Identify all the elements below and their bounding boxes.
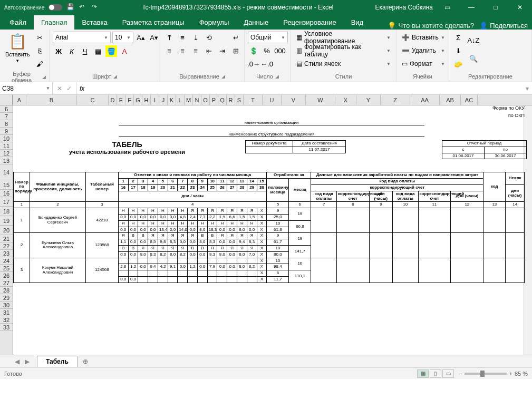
row-header[interactable]: 8 bbox=[0, 120, 13, 128]
merge-cells-icon[interactable]: ⊞ bbox=[230, 45, 241, 56]
col-header[interactable]: D bbox=[109, 95, 117, 105]
autosum-icon[interactable]: Σ bbox=[452, 32, 464, 43]
clear-icon[interactable]: 🧽 bbox=[452, 58, 464, 70]
conditional-formatting-button[interactable]: ▦Условное форматирование▼ bbox=[294, 32, 393, 43]
font-name-combo[interactable]: Arial▼ bbox=[53, 32, 111, 43]
col-header[interactable]: Y bbox=[356, 95, 381, 105]
col-header[interactable]: I bbox=[151, 95, 159, 105]
underline-button[interactable]: Ч bbox=[79, 45, 91, 57]
sheet-nav-prev-icon[interactable]: ◀ bbox=[15, 358, 25, 365]
fill-icon[interactable]: ⬇ bbox=[452, 45, 464, 56]
dialog-launcher-icon[interactable]: ◢ bbox=[275, 74, 279, 79]
increase-font-icon[interactable]: A▴ bbox=[135, 32, 147, 43]
format-painter-icon[interactable]: 🖌 bbox=[34, 58, 46, 70]
undo-icon[interactable]: ↶ bbox=[79, 3, 88, 12]
row-header[interactable]: 31 bbox=[0, 309, 13, 316]
tab-insert[interactable]: Вставка bbox=[74, 15, 114, 30]
col-header[interactable]: A bbox=[13, 95, 26, 105]
align-bottom-icon[interactable]: ⤓ bbox=[190, 32, 201, 43]
fx-icon[interactable]: fx bbox=[76, 85, 88, 92]
tab-layout[interactable]: Разметка страницы bbox=[115, 15, 192, 30]
col-header[interactable]: L bbox=[176, 95, 185, 105]
col-header[interactable]: AB bbox=[440, 95, 461, 105]
row-header[interactable]: 19 bbox=[0, 216, 13, 226]
row-header[interactable]: 33 bbox=[0, 324, 13, 331]
row-header[interactable]: 24 bbox=[0, 257, 13, 265]
tab-formulas[interactable]: Формулы bbox=[192, 15, 237, 30]
row-header[interactable]: 14 bbox=[0, 164, 13, 180]
tell-me[interactable]: 💡 Что вы хотите сделать? bbox=[388, 22, 474, 30]
col-header[interactable]: O bbox=[201, 95, 210, 105]
indent-increase-icon[interactable]: ⇥ bbox=[216, 45, 228, 56]
add-sheet-icon[interactable]: ⊕ bbox=[78, 356, 93, 367]
dialog-launcher-icon[interactable]: ◢ bbox=[221, 74, 225, 79]
col-header[interactable]: G bbox=[134, 95, 142, 105]
col-header[interactable]: H bbox=[142, 95, 151, 105]
row-header[interactable]: 13 bbox=[0, 157, 13, 164]
tab-file[interactable]: Файл bbox=[2, 15, 34, 30]
cut-icon[interactable]: ✂ bbox=[34, 32, 46, 43]
dialog-launcher-icon[interactable]: ◢ bbox=[113, 74, 117, 79]
col-header[interactable]: P bbox=[210, 95, 218, 105]
sheet-nav-next-icon[interactable]: ▶ bbox=[25, 358, 37, 365]
align-right-icon[interactable]: ≡ bbox=[190, 45, 201, 56]
number-format-combo[interactable]: Общий▼ bbox=[248, 32, 288, 43]
col-header[interactable]: R bbox=[227, 95, 235, 105]
align-middle-icon[interactable]: ≡ bbox=[177, 32, 188, 43]
col-header[interactable]: X bbox=[335, 95, 356, 105]
col-header[interactable]: B bbox=[26, 95, 77, 105]
align-top-icon[interactable]: ⤒ bbox=[163, 32, 175, 43]
row-header[interactable]: 25 bbox=[0, 265, 13, 272]
col-header[interactable]: E bbox=[117, 95, 125, 105]
col-header[interactable]: M bbox=[185, 95, 193, 105]
col-header[interactable]: C bbox=[77, 95, 109, 105]
col-header[interactable]: Q bbox=[218, 95, 227, 105]
col-header[interactable]: S bbox=[235, 95, 244, 105]
copy-icon[interactable]: ⎘ bbox=[34, 45, 46, 56]
enter-formula-icon[interactable]: ✓ bbox=[66, 85, 72, 92]
col-header[interactable]: U bbox=[263, 95, 282, 105]
select-all-corner[interactable] bbox=[0, 95, 13, 105]
autosave-toggle[interactable] bbox=[49, 4, 62, 11]
increase-decimal-icon[interactable]: .0→ bbox=[248, 58, 259, 70]
tab-review[interactable]: Рецензирование bbox=[276, 15, 343, 30]
italic-button[interactable]: К bbox=[66, 45, 78, 57]
view-normal-icon[interactable]: ▦ bbox=[417, 369, 429, 378]
cell-styles-button[interactable]: ▤Стили ячеек▼ bbox=[294, 58, 393, 70]
row-header[interactable]: 9 bbox=[0, 128, 13, 135]
row-header[interactable]: 30 bbox=[0, 301, 13, 309]
format-cells-button[interactable]: ▭Формат▼ bbox=[400, 58, 447, 70]
bold-button[interactable]: Ж bbox=[53, 45, 64, 57]
wrap-text-icon[interactable]: ↵ bbox=[230, 32, 241, 43]
col-header[interactable]: AA bbox=[410, 95, 440, 105]
user-name[interactable]: Екатерина Собкина bbox=[375, 4, 433, 11]
row-header[interactable]: 17 bbox=[0, 197, 13, 207]
row-header[interactable]: 29 bbox=[0, 294, 13, 301]
cells-area[interactable]: Форма по ОКУпо ОКПнаименование организац… bbox=[13, 105, 532, 355]
col-header[interactable]: J bbox=[159, 95, 168, 105]
font-color-icon[interactable]: A bbox=[119, 45, 130, 57]
row-header[interactable]: 6 bbox=[0, 105, 13, 113]
col-header[interactable]: W bbox=[306, 95, 335, 105]
find-select-icon[interactable]: 🔍 bbox=[466, 50, 481, 67]
delete-cells-button[interactable]: ➖Удалить▼ bbox=[400, 45, 447, 56]
row-header[interactable]: 16 bbox=[0, 190, 13, 197]
col-header[interactable]: AC bbox=[461, 95, 478, 105]
row-header[interactable]: 15 bbox=[0, 180, 13, 190]
decrease-font-icon[interactable]: A▾ bbox=[148, 32, 160, 43]
expand-formula-icon[interactable]: ▾ bbox=[523, 85, 532, 92]
view-page-layout-icon[interactable]: ▯ bbox=[430, 369, 441, 378]
sort-filter-icon[interactable]: A↓Z bbox=[466, 32, 481, 48]
indent-decrease-icon[interactable]: ⇤ bbox=[203, 45, 215, 56]
row-header[interactable]: 23 bbox=[0, 250, 13, 257]
row-header[interactable]: 12 bbox=[0, 150, 13, 157]
percent-icon[interactable]: % bbox=[261, 45, 273, 56]
fill-color-icon[interactable]: 🪣 bbox=[105, 45, 117, 57]
align-center-icon[interactable]: ≡ bbox=[177, 45, 188, 56]
col-header[interactable]: V bbox=[282, 95, 306, 105]
col-header[interactable]: Z bbox=[381, 95, 410, 105]
row-header[interactable]: 32 bbox=[0, 316, 13, 324]
comma-icon[interactable]: 000 bbox=[274, 45, 286, 56]
maximize-icon[interactable]: □ bbox=[483, 0, 508, 15]
font-size-combo[interactable]: 10▼ bbox=[112, 32, 133, 43]
